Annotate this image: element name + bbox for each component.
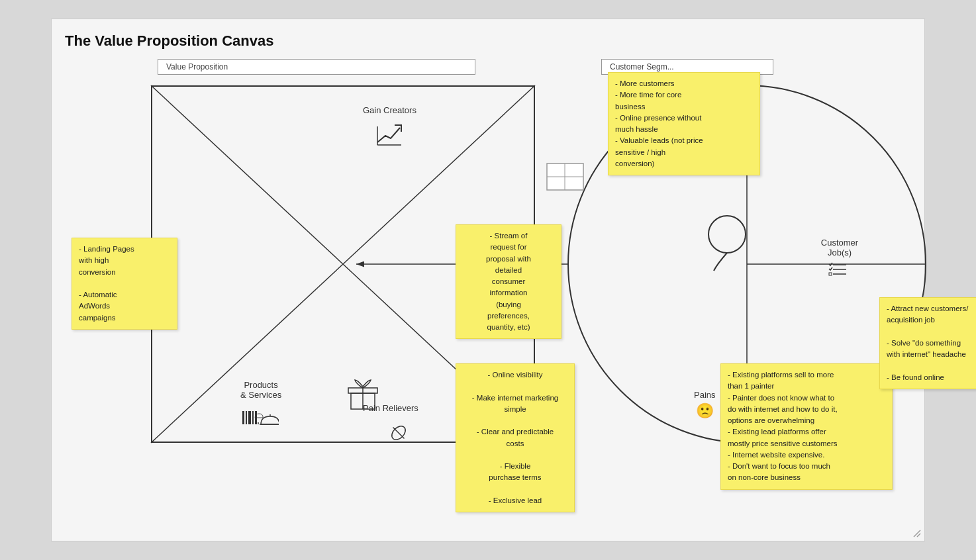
sticky-pain-relievers-center[interactable]: - Online visibility- Make internet marke… — [456, 363, 575, 512]
section-label-customer-jobs: Customer Job(s) — [806, 238, 873, 283]
sticky-pains-right[interactable]: - Existing platforms sell to morethan 1 … — [720, 363, 893, 490]
resize-handle[interactable] — [912, 529, 922, 538]
svg-line-33 — [914, 530, 920, 537]
gain-creators-icon — [376, 124, 403, 152]
svg-rect-31 — [829, 273, 832, 275]
section-label-pains: Pains 🙁 — [694, 390, 716, 420]
products-services-icon — [242, 410, 279, 434]
svg-point-32 — [708, 216, 746, 253]
svg-line-27 — [393, 428, 405, 439]
section-label-products-services: Products & Services — [240, 380, 281, 400]
canvas-wrapper: The Value Proposition Canvas Value Propo… — [51, 19, 925, 541]
person-head-icon — [701, 211, 754, 280]
svg-line-34 — [917, 534, 920, 537]
svg-rect-10 — [547, 163, 583, 190]
section-label-pain-relievers: Pain Relievers — [363, 403, 418, 413]
page-title: The Value Proposition Canvas — [65, 32, 911, 50]
svg-rect-20 — [255, 411, 257, 424]
section-label-gain-creators: Gain Creators — [363, 105, 416, 115]
svg-rect-19 — [252, 411, 254, 424]
sticky-left-vp[interactable]: - Landing Pageswith highconversion- Auto… — [72, 238, 177, 330]
diagram-area: Gain Creators Products & Services — [138, 79, 976, 489]
sticky-gains[interactable]: - More customers- More time for corebusi… — [608, 72, 760, 175]
pain-relievers-icon — [386, 420, 411, 448]
svg-rect-16 — [242, 411, 244, 424]
sticky-customer-jobs-right[interactable]: - Attract new customers/acquisition job-… — [879, 297, 976, 389]
svg-rect-18 — [248, 411, 251, 424]
label-value-proposition: Value Proposition — [158, 59, 475, 75]
sticky-gain-creators-center[interactable]: - Stream ofrequest forproposal withdetai… — [456, 224, 561, 339]
svg-rect-17 — [246, 411, 247, 424]
